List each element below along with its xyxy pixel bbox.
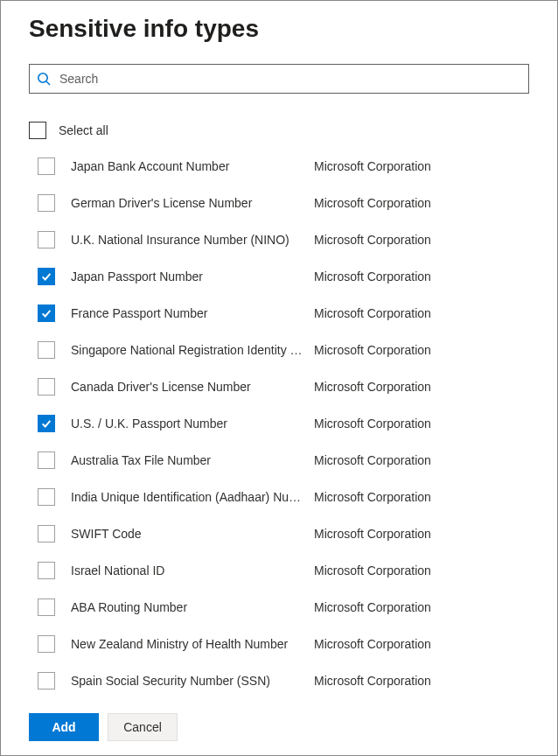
search-input-wrapper[interactable]: [29, 64, 529, 94]
footer: Add Cancel: [1, 703, 557, 755]
item-checkbox[interactable]: [38, 452, 55, 469]
item-publisher: Microsoft Corporation: [314, 674, 529, 688]
item-name: Israel National ID: [71, 564, 314, 578]
item-checkbox[interactable]: [38, 672, 55, 690]
item-name: India Unique Identification (Aadhaar) Nu…: [71, 490, 314, 504]
list-item[interactable]: Israel National IDMicrosoft Corporation: [29, 552, 529, 589]
item-checkbox[interactable]: [38, 158, 55, 175]
checkmark-icon: [40, 307, 52, 319]
list-item[interactable]: SWIFT CodeMicrosoft Corporation: [29, 515, 529, 552]
item-name: Japan Passport Number: [71, 270, 314, 284]
item-publisher: Microsoft Corporation: [314, 564, 529, 578]
list-item[interactable]: Singapore National Registration Identity…: [29, 332, 529, 368]
svg-point-0: [38, 74, 47, 82]
item-name: France Passport Number: [71, 306, 314, 320]
cancel-button[interactable]: Cancel: [108, 713, 178, 741]
search-input[interactable]: [58, 71, 521, 87]
item-name: ABA Routing Number: [71, 600, 314, 614]
checkmark-icon: [40, 417, 52, 430]
item-name: Spain Social Security Number (SSN): [71, 674, 314, 688]
select-all-row: Select all: [29, 122, 529, 148]
item-checkbox[interactable]: [38, 415, 55, 432]
list-item[interactable]: India Unique Identification (Aadhaar) Nu…: [29, 479, 529, 515]
svg-line-1: [46, 81, 50, 85]
item-name: SWIFT Code: [71, 527, 314, 541]
list-item[interactable]: Australia Tax File NumberMicrosoft Corpo…: [29, 442, 529, 479]
list-item[interactable]: New Zealand Ministry of Health NumberMic…: [29, 626, 529, 662]
item-checkbox[interactable]: [38, 231, 55, 248]
list-item[interactable]: ABA Routing NumberMicrosoft Corporation: [29, 589, 529, 626]
item-name: German Driver's License Number: [71, 196, 314, 210]
item-name: New Zealand Ministry of Health Number: [71, 637, 314, 651]
add-button[interactable]: Add: [29, 713, 99, 741]
item-checkbox[interactable]: [38, 562, 55, 579]
search-icon: [37, 72, 51, 86]
item-checkbox[interactable]: [38, 268, 55, 285]
item-name: Japan Bank Account Number: [71, 159, 314, 173]
list-item[interactable]: Spain Social Security Number (SSN)Micros…: [29, 662, 529, 699]
item-publisher: Microsoft Corporation: [314, 343, 529, 357]
select-all-label: Select all: [59, 123, 108, 137]
item-name: Singapore National Registration Identity…: [71, 343, 314, 357]
list-item[interactable]: Japan Bank Account NumberMicrosoft Corpo…: [29, 148, 529, 185]
item-publisher: Microsoft Corporation: [314, 380, 529, 394]
item-checkbox[interactable]: [38, 525, 55, 542]
list-item[interactable]: France Passport NumberMicrosoft Corporat…: [29, 295, 529, 332]
item-publisher: Microsoft Corporation: [314, 453, 529, 467]
checkmark-icon: [40, 270, 52, 283]
item-checkbox[interactable]: [38, 635, 55, 653]
list-item[interactable]: German Driver's License NumberMicrosoft …: [29, 185, 529, 221]
page-title: Sensitive info types: [29, 15, 529, 43]
item-checkbox[interactable]: [38, 598, 55, 616]
item-publisher: Microsoft Corporation: [314, 159, 529, 173]
item-publisher: Microsoft Corporation: [314, 637, 529, 651]
item-publisher: Microsoft Corporation: [314, 306, 529, 320]
item-name: U.S. / U.K. Passport Number: [71, 416, 314, 430]
item-name: Australia Tax File Number: [71, 453, 314, 467]
item-publisher: Microsoft Corporation: [314, 527, 529, 541]
list-item[interactable]: U.K. National Insurance Number (NINO)Mic…: [29, 221, 529, 258]
list-item[interactable]: Canada Driver's License NumberMicrosoft …: [29, 368, 529, 405]
items-list[interactable]: Japan Bank Account NumberMicrosoft Corpo…: [29, 148, 547, 703]
item-name: Canada Driver's License Number: [71, 380, 314, 394]
select-all-checkbox[interactable]: [29, 122, 46, 139]
item-publisher: Microsoft Corporation: [314, 270, 529, 284]
list-item[interactable]: U.S. / U.K. Passport NumberMicrosoft Cor…: [29, 405, 529, 442]
item-checkbox[interactable]: [38, 194, 55, 212]
item-publisher: Microsoft Corporation: [314, 196, 529, 210]
item-publisher: Microsoft Corporation: [314, 600, 529, 614]
item-publisher: Microsoft Corporation: [314, 233, 529, 247]
item-name: U.K. National Insurance Number (NINO): [71, 233, 314, 247]
item-checkbox[interactable]: [38, 304, 55, 322]
item-checkbox[interactable]: [38, 341, 55, 359]
item-checkbox[interactable]: [38, 378, 55, 396]
list-item[interactable]: Japan Passport NumberMicrosoft Corporati…: [29, 258, 529, 295]
item-checkbox[interactable]: [38, 488, 55, 506]
item-publisher: Microsoft Corporation: [314, 490, 529, 504]
item-publisher: Microsoft Corporation: [314, 416, 529, 430]
